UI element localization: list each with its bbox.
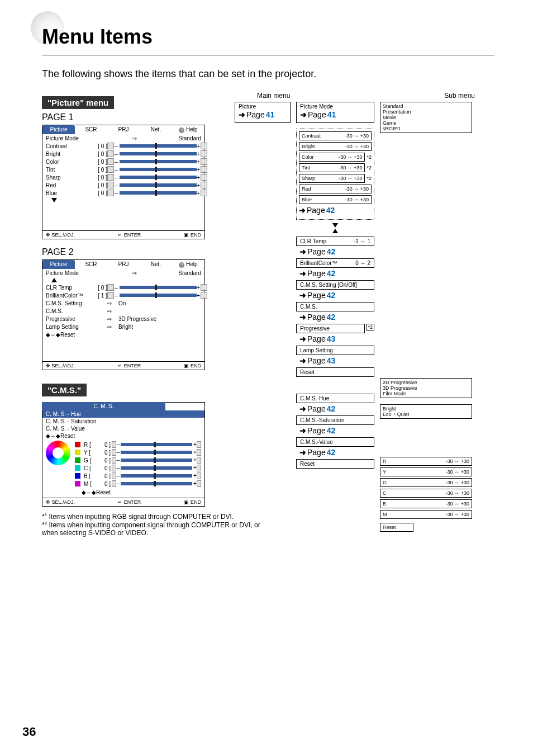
cms-tag: "C.M.S." <box>42 384 87 396</box>
nav-up-icon <box>332 229 338 233</box>
tab-prj[interactable]: PRJ <box>107 260 140 269</box>
note-marker: *2 <box>367 154 372 160</box>
tab-picture[interactable]: Picture <box>42 125 75 134</box>
tree-adjust-row: Contrast-30 ↔ +30 <box>299 131 372 140</box>
reset-label: Reset <box>60 332 75 338</box>
sub-options: StandardPresentationMovieGamesRGB*1 <box>380 102 472 133</box>
sub-options: BrightEco + Quiet <box>380 404 472 419</box>
page-title: Menu Items <box>42 25 153 49</box>
enter-label: ENTER <box>124 499 141 505</box>
menu-box-page1: PictureSCRPRJNet.? Help Picture Mode ⇨ S… <box>42 125 205 239</box>
adj-row: BrilliantColor™[ 1 ]–+ <box>42 291 204 299</box>
tree-item: Reset <box>296 367 374 377</box>
enter-label: ENTER <box>124 232 141 238</box>
cms-channel-row: R [0 ]–+ <box>75 441 201 448</box>
main-menu-label: Main menu <box>257 92 290 100</box>
setting-row: C.M.S.⇨ <box>42 307 204 315</box>
note-marker: *2 <box>367 176 372 181</box>
tree-item: Picture ➜Page 41 <box>235 102 291 123</box>
reset-label: Reset <box>60 433 75 439</box>
note-marker: *2 <box>367 165 372 171</box>
footnotes: *1 Items when inputting RGB signal throu… <box>42 512 265 537</box>
sub-reset: Reset <box>380 523 413 532</box>
color-wheel-icon <box>46 441 70 465</box>
end-label: END <box>191 363 201 368</box>
tree-item: C.M.S.-Hue <box>296 394 374 403</box>
tab-help[interactable]: ? Help <box>172 125 204 134</box>
note-marker: *2 <box>366 324 374 330</box>
rule <box>42 55 494 55</box>
tree-adjust-row: Bright-30 ↔ +30 <box>299 142 372 151</box>
page1-label: PAGE 1 <box>42 112 215 122</box>
tree-item: C.M.S. <box>296 302 374 311</box>
rgb-range-row: B-30 ↔ +30 <box>380 499 472 508</box>
seladj-label: SEL./ADJ. <box>52 363 75 368</box>
sub-menu-label: Sub menu <box>444 92 475 100</box>
picture-mode-label: Picture Mode <box>46 135 94 141</box>
setting-row: C.M.S. Setting⇨On <box>42 299 204 307</box>
end-label: END <box>191 232 201 238</box>
rgb-range-row: M-30 ↔ +30 <box>380 510 472 519</box>
seladj-label: SEL./ADJ. <box>52 232 75 238</box>
picture-mode-label: Picture Mode <box>46 270 94 276</box>
rgb-range-row: Y-30 ↔ +30 <box>380 467 472 476</box>
nav-down-icon <box>332 223 338 228</box>
tree-item: Reset <box>296 459 374 469</box>
adj-row: Tint[ 0 ]–+ <box>42 166 204 173</box>
tab-help[interactable]: ? Help <box>172 260 204 269</box>
tab-net[interactable]: Net. <box>140 260 172 269</box>
tree-item: Picture Mode ➜Page 41 <box>296 102 374 123</box>
cms-hue: C. M. S. - Hue <box>42 410 204 418</box>
sub-options: 2D Progressive3D ProgressiveFilm Mode <box>380 378 472 398</box>
scroll-down-icon <box>51 198 57 202</box>
page2-label: PAGE 2 <box>42 247 215 257</box>
picture-mode-value: Standard <box>175 135 201 141</box>
tree-item: C.M.S. Setting [On/Off] <box>296 280 374 290</box>
intro-text: The following shows the items that can b… <box>42 68 316 80</box>
adj-row: Bright[ 0 ]–+ <box>42 150 204 158</box>
tab-picture[interactable]: Picture <box>42 260 75 269</box>
tree-adjust-row: Sharp-30 ↔ +30 <box>299 174 365 183</box>
tab-scr[interactable]: SCR <box>75 260 107 269</box>
menu-box-page2: PictureSCRPRJNet.? Help Picture Mode ⇨ S… <box>42 259 205 370</box>
setting-row: Lamp Setting⇨Bright <box>42 323 204 330</box>
tree-item: C.M.S.-Value <box>296 437 374 447</box>
cms-channel-row: M [0 ]–+ <box>75 480 201 488</box>
tree-item: Progressive <box>296 324 365 333</box>
reset-label: Reset <box>96 489 111 495</box>
end-label: END <box>191 499 201 505</box>
tree-adjust-row: Red-30 ↔ +30 <box>299 185 372 193</box>
tree-adjust-row: Tint-30 ↔ +30 <box>299 163 365 172</box>
tree-item: BrilliantColor™0 ↔ 2 <box>296 258 374 268</box>
rgb-range-row: R-30 ↔ +30 <box>380 457 472 466</box>
tree-item: CLR Temp-1 ↔ 1 <box>296 237 374 246</box>
adj-row: CLR Temp[ 0 ]–+ <box>42 284 204 291</box>
cms-value: C. M. S. - Value <box>42 425 204 432</box>
adj-row: Red[ 0 ]–+ <box>42 181 204 189</box>
cms-channel-row: B [0 ]–+ <box>75 472 201 480</box>
seladj-label: SEL./ADJ. <box>52 499 75 505</box>
cms-channel-row: G [0 ]–+ <box>75 456 201 464</box>
cms-sat: C. M. S. - Saturation <box>42 418 204 425</box>
rgb-range-row: C-30 ↔ +30 <box>380 489 472 498</box>
tree-item: C.M.S.-Saturation <box>296 415 374 425</box>
cms-channel-row: Y [0 ]–+ <box>75 448 201 456</box>
tab-prj[interactable]: PRJ <box>107 125 140 134</box>
adj-row: Contrast[ 0 ]–+ <box>42 142 204 150</box>
cms-channel-row: C [0 ]–+ <box>75 464 201 472</box>
setting-row: Progressive⇨3D Progressive <box>42 315 204 323</box>
enter-label: ENTER <box>124 363 141 368</box>
tree-item: Lamp Setting <box>296 346 374 355</box>
tab-net[interactable]: Net. <box>140 125 172 134</box>
adjust-group: Contrast-30 ↔ +30Bright-30 ↔ +30Color-30… <box>296 129 374 220</box>
tab-scr[interactable]: SCR <box>75 125 107 134</box>
picture-mode-value: Standard <box>175 270 201 276</box>
rgb-range-row: G-30 ↔ +30 <box>380 478 472 487</box>
tree-adjust-row: Color-30 ↔ +30 <box>299 153 365 162</box>
cms-title: C. M. S. <box>42 402 165 410</box>
adj-row: Color[ 0 ]–+ <box>42 158 204 166</box>
scroll-up-icon <box>51 278 57 282</box>
picture-menu-tag: "Picture" menu <box>42 96 114 109</box>
adj-row: Sharp[ 0 ]–+ <box>42 173 204 181</box>
cms-box: C. M. S. C. M. S. - Hue C. M. S. - Satur… <box>42 402 205 507</box>
